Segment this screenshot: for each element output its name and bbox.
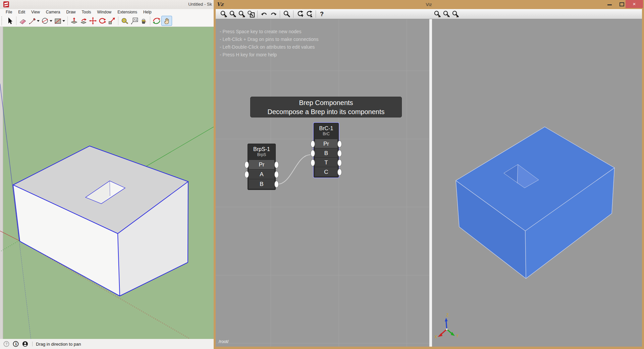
toolbar-grip[interactable] (1, 16, 4, 25)
help-circle-icon[interactable]: ? (3, 341, 9, 347)
node-brc-1[interactable]: BrC-1 BrC Pr B T (314, 123, 339, 178)
undo-button[interactable] (260, 10, 269, 18)
output-pin[interactable] (337, 150, 342, 157)
select-arrow-icon (6, 17, 14, 25)
rotate-tool-button[interactable] (98, 16, 107, 26)
arc-tool-button[interactable] (40, 16, 50, 26)
follow-me-tool-button[interactable] (79, 16, 88, 26)
menu-view[interactable]: View (28, 10, 43, 14)
breadcrumb[interactable]: /root/ (219, 339, 229, 344)
zoom-out-button[interactable]: − (228, 10, 237, 18)
attribute-label: A (260, 171, 263, 178)
paint-bucket-icon (140, 17, 148, 25)
viz-3d-viewport[interactable]: Z X Y (432, 19, 642, 347)
node-connection-wire[interactable] (277, 155, 311, 184)
rectangle-dropdown-arrow-icon[interactable] (62, 20, 65, 22)
input-pin[interactable] (311, 140, 315, 147)
tooltip-description: Decompose a Brep into its components (251, 107, 401, 116)
output-pin[interactable] (274, 171, 279, 178)
rectangle-tool-button[interactable] (53, 16, 62, 26)
viz-titlebar[interactable]: Vz Viz × (214, 0, 644, 9)
output-pin[interactable] (337, 159, 342, 166)
svg-text:i: i (15, 342, 16, 346)
minimize-button[interactable] (607, 4, 612, 5)
sketchup-titlebar[interactable]: Untitled - Sk (0, 0, 215, 9)
node-attribute-row[interactable]: B (315, 149, 337, 157)
menu-file[interactable]: File (3, 10, 15, 14)
menu-tools[interactable]: Tools (79, 10, 94, 14)
pan-tool-button[interactable] (161, 16, 172, 26)
node-editor-canvas[interactable]: - Press Space key to create new nodes - … (216, 19, 429, 347)
viewport-zoom-cancel-button[interactable]: × (451, 10, 460, 18)
node-attribute-row[interactable]: A (249, 170, 274, 179)
sketchup-window-title: Untitled - Sk (188, 2, 212, 7)
move-tool-button[interactable] (88, 16, 98, 26)
input-pin[interactable] (245, 171, 249, 178)
line-tool-button[interactable] (28, 16, 37, 26)
attribute-label: B (324, 150, 328, 157)
sketchup-3d-viewport[interactable] (0, 27, 215, 339)
scale-tool-button[interactable] (107, 16, 116, 26)
attribute-label: B (260, 181, 263, 188)
select-tool-button[interactable] (5, 16, 14, 26)
sync-pull-button[interactable] (296, 10, 305, 18)
panel-divider[interactable] (429, 19, 432, 347)
redo-button[interactable] (269, 10, 278, 18)
menu-window[interactable]: Window (94, 10, 115, 14)
maximize-button[interactable] (620, 2, 624, 6)
output-pin[interactable] (274, 161, 279, 168)
node-attribute-row[interactable]: B (249, 180, 274, 189)
menu-extensions[interactable]: Extensions (114, 10, 140, 14)
zoom-in-button[interactable]: + (219, 10, 228, 18)
menu-camera[interactable]: Camera (43, 10, 63, 14)
sketchup-menubar: File Edit View Camera Draw Tools Window … (0, 9, 215, 15)
zoom-cancel-icon: × (451, 10, 460, 18)
output-pin[interactable] (337, 168, 342, 176)
attribute-label: C (324, 169, 328, 176)
menu-draw[interactable]: Draw (63, 10, 79, 14)
help-line: - Press Space key to create new nodes (220, 28, 319, 36)
sync-push-button[interactable] (305, 10, 314, 18)
node-attribute-row[interactable]: C (315, 167, 337, 176)
viz-window-title: Viz (214, 2, 644, 7)
node-type: BrC (315, 132, 337, 139)
axis-y-label: Y (456, 334, 459, 338)
node-brps-1[interactable]: BrpS-1 BrpS Pr A B (248, 144, 276, 190)
input-pin[interactable] (311, 159, 315, 166)
text-tool-button[interactable]: A1 (129, 16, 139, 26)
node-editor-toolbar: + − × (219, 10, 326, 18)
output-pin[interactable] (274, 181, 279, 188)
paint-bucket-tool-button[interactable] (139, 16, 148, 26)
push-pull-tool-button[interactable] (69, 16, 79, 26)
orbit-tool-button[interactable] (152, 16, 161, 26)
node-attribute-row[interactable]: T (315, 158, 337, 167)
viewport-zoom-in-button[interactable]: + (433, 10, 442, 18)
input-pin[interactable] (245, 161, 249, 168)
eraser-tool-button[interactable] (18, 16, 28, 26)
zoom-cancel-button[interactable]: × (237, 10, 246, 18)
zoom-extents-button[interactable] (246, 10, 255, 18)
arc-dropdown-arrow-icon[interactable] (50, 20, 52, 22)
node-attribute-row[interactable]: Pr (315, 139, 337, 148)
node-attribute-row[interactable]: Pr (249, 160, 274, 169)
sync-push-icon (305, 10, 313, 18)
help-button[interactable]: ? (318, 11, 326, 18)
line-dropdown-arrow-icon[interactable] (37, 20, 40, 22)
tape-measure-tool-button[interactable] (120, 16, 129, 26)
account-circle-icon[interactable] (22, 341, 28, 347)
viewport-zoom-out-button[interactable]: − (442, 10, 451, 18)
menu-edit[interactable]: Edit (15, 10, 28, 14)
info-circle-icon[interactable]: i (13, 341, 19, 347)
close-button[interactable]: × (626, 0, 643, 8)
toolbar-separator (150, 16, 150, 25)
node-tooltip: Brep Components Decompose a Brep into it… (250, 97, 402, 117)
statusbar-message: Drag in direction to pan (36, 342, 81, 347)
rectangle-icon (54, 17, 62, 25)
zoom-out-icon: − (229, 10, 237, 18)
search-button[interactable] (282, 10, 291, 18)
input-pin[interactable] (311, 150, 315, 157)
help-line: - Press H key for more help (220, 51, 319, 59)
menu-help[interactable]: Help (140, 10, 155, 14)
pencil-icon (28, 17, 36, 25)
output-pin[interactable] (337, 140, 342, 147)
